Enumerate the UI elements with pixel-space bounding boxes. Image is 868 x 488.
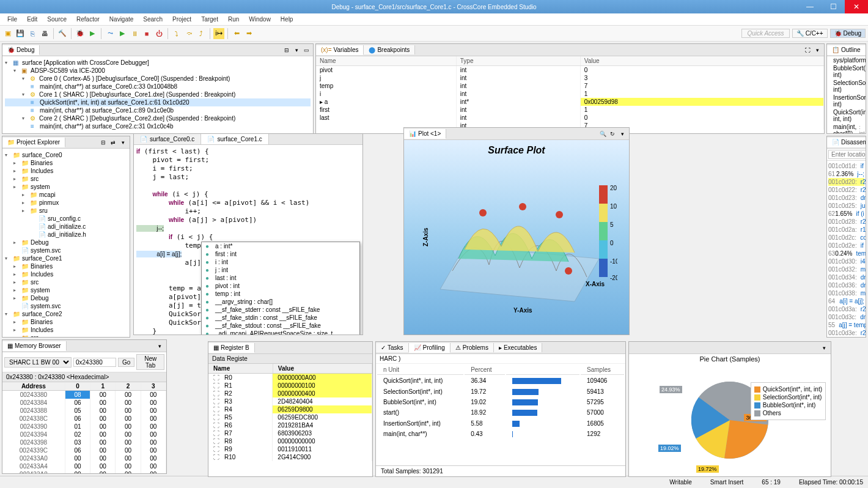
disconnect-icon[interactable]: ⏻ <box>153 28 164 39</box>
register-row[interactable]: ⛶R32D48240404 <box>208 397 372 405</box>
project-item[interactable]: 📄adi_initialize.h <box>5 231 127 238</box>
memory-row[interactable]: 0024338805000000 <box>2 407 166 415</box>
outline-item[interactable]: main(int, char*[]) : int <box>827 123 866 133</box>
debug-core0[interactable]: ▾⚙Core 0 ( Cortex-A5 ) [Debug\surface_Co… <box>5 75 311 83</box>
memory-addr-input[interactable] <box>73 358 116 367</box>
executables-tab[interactable]: ▸ Executables <box>494 343 542 352</box>
outline-item[interactable]: BubbleSort(int[], int) : void <box>827 64 866 79</box>
register-row[interactable]: ⛶R100000000100 <box>208 382 372 390</box>
profiling-row[interactable]: InsertionSort(int*, int)5.5816805 <box>377 418 624 427</box>
menu-file[interactable]: File <box>4 15 21 24</box>
surface-plot[interactable]: Surface Plot Z-Axis Y-Axis X-Axis 20 10 … <box>404 140 629 335</box>
register-row[interactable]: ⛶R506259EDC800 <box>208 413 372 421</box>
mem-menu-icon[interactable]: ▾ <box>155 342 164 350</box>
autocomplete-popup[interactable]: ●a : int*●first : int●i : int●j : int●la… <box>201 242 360 335</box>
variables-tab[interactable]: (x)= Variables <box>316 45 364 55</box>
register-row[interactable]: ⛶R406259D9800 <box>208 405 372 413</box>
menu-run[interactable]: Run <box>224 15 243 24</box>
project-item[interactable]: 📄adi_initialize.c <box>5 223 127 231</box>
project-item[interactable]: ▸📁Binaries <box>5 159 127 167</box>
resume-icon[interactable]: ▶ <box>117 28 128 39</box>
proj-link-icon[interactable]: ⇄ <box>109 138 117 147</box>
vars-toolbar-icon[interactable]: ⛶ <box>803 46 812 54</box>
menu-search[interactable]: Search <box>139 15 166 24</box>
autocomplete-item[interactable]: ●i : int <box>202 258 359 266</box>
disasm-location-input[interactable] <box>828 150 866 159</box>
disasm-row[interactable]: 001c0d2a:r1=dm(-0x4,i6); <box>828 226 864 234</box>
plot-menu-icon[interactable]: ▾ <box>618 130 627 138</box>
outline-item[interactable]: QuickSort(int[], int, int) : void <box>827 108 866 123</box>
disasm-row[interactable]: 001c0d1d:if le jump (pc,0xb); <box>828 162 864 170</box>
autocomplete-item[interactable]: ●__argv_string : char[] <box>202 298 359 306</box>
build-icon[interactable]: 🔨 <box>57 28 68 39</box>
perspective-debug[interactable]: 🐞 Debug <box>830 29 866 38</box>
outline-item[interactable]: sys/platform.h <box>827 56 866 64</box>
variable-row[interactable]: lastint0 <box>316 114 824 122</box>
run-icon[interactable]: ▶ <box>87 28 98 39</box>
problems-tab[interactable]: ⚠ Problems <box>451 343 494 352</box>
memory-row[interactable]: 0024339001000000 <box>2 423 166 431</box>
debug-app-node[interactable]: ▾▦surface [Application with CrossCore De… <box>5 59 311 67</box>
variable-row[interactable]: jint3 <box>316 74 824 82</box>
memory-row[interactable]: 0024338C06000000 <box>2 415 166 423</box>
tasks-tab[interactable]: ✓ Tasks <box>376 343 409 352</box>
proj-menu-icon[interactable]: ▾ <box>119 138 127 147</box>
debug-frame-core1-1[interactable]: ≡main(int, char**) at surface_Core1.c:89… <box>5 106 311 114</box>
project-root[interactable]: ▾📁surface_Core0 <box>5 151 127 159</box>
variable-row[interactable]: firstint1 <box>316 106 824 114</box>
register-row[interactable]: ⛶R200000000400 <box>208 390 372 397</box>
project-root[interactable]: ▾📁surface_Core2 <box>5 310 127 318</box>
register-row[interactable]: ⛶R76803906203 <box>208 429 372 437</box>
profiling-row[interactable]: main(int, char**)0.431292 <box>377 429 624 438</box>
save-icon[interactable]: 💾 <box>15 28 26 39</box>
debug-core1[interactable]: ▾⚙Core 1 ( SHARC ) [Debug\surface_Core1.… <box>5 91 311 98</box>
instruction-step-icon[interactable]: i↦ <box>213 28 224 39</box>
pie-menu-icon[interactable]: ▾ <box>820 344 828 352</box>
new-icon[interactable]: ▣ <box>2 28 13 39</box>
stepinto-icon[interactable]: ⤵ <box>171 28 182 39</box>
variable-row[interactable]: tempint7 <box>316 82 824 90</box>
project-item[interactable]: ▸📁mcapi <box>5 191 127 199</box>
autocomplete-item[interactable]: ●temp : int <box>202 290 359 298</box>
project-item[interactable]: ▸📁src <box>5 175 127 183</box>
register-row[interactable]: ⛶R102G414C900 <box>208 453 372 461</box>
profiling-tab[interactable]: 📈 Profiling <box>409 343 451 353</box>
debug-dropdown-icon[interactable]: ▾ <box>292 46 301 54</box>
saveall-icon[interactable]: ⎘ <box>27 28 38 39</box>
col-value[interactable]: Value <box>580 56 823 66</box>
autocomplete-item[interactable]: ●__sf_fake_stdin : const __sFILE_fake <box>202 314 359 322</box>
profiling-row[interactable]: BubbleSort(int*, int)19.0257295 <box>377 397 624 407</box>
project-item[interactable]: ▸📁sru <box>5 207 127 215</box>
disasm-row[interactable]: 630.24% temp = a[i]; <box>828 250 864 257</box>
register-row[interactable]: ⛶R800000000000 <box>208 437 372 445</box>
plot-refresh-icon[interactable]: ↻ <box>608 130 617 138</box>
project-item[interactable]: 📄sru_config.c <box>5 215 127 223</box>
pause-icon[interactable]: ⏸ <box>129 28 140 39</box>
menu-window[interactable]: Window <box>245 15 274 24</box>
nav-back-icon[interactable]: ⬅ <box>231 28 242 39</box>
proj-collapse-icon[interactable]: ⊟ <box>99 138 108 147</box>
disasm-row[interactable]: 612.36% j--; <box>828 170 864 178</box>
outline-item[interactable]: SelectionSort(int[], int) : void <box>827 79 866 94</box>
autocomplete-item[interactable]: ●last : int <box>202 274 359 282</box>
register-row[interactable]: ⛶R62019281BA4 <box>208 421 372 429</box>
project-root[interactable]: ▾📁surface_Core1 <box>5 254 127 262</box>
profiling-row[interactable]: QuickSort(int*, int, int)36.34109406 <box>377 376 624 385</box>
variable-row[interactable]: iint1 <box>316 90 824 98</box>
disasm-row[interactable]: 001c0d36:dm(-0x3,i6)=r2; <box>828 281 864 289</box>
close-button[interactable]: ✕ <box>845 0 868 13</box>
disasm-row[interactable]: 001c0d2e:if le jump (pc,0x1c); <box>828 242 864 250</box>
menu-target[interactable]: Target <box>197 15 222 24</box>
variable-row[interactable]: pivotint0 <box>316 66 824 75</box>
debug-icon[interactable]: 🐞 <box>75 28 86 39</box>
disasm-row[interactable]: 001c0d22:r2=r2-1; <box>828 186 864 194</box>
editor-tab-0[interactable]: 📄 surface_Core0.c <box>134 134 201 144</box>
disasm-row[interactable]: 001c0d34:dm(m4,i4); <box>828 273 864 281</box>
vars-dropdown-icon[interactable]: ▾ <box>813 46 822 54</box>
project-item[interactable]: ▸📁system <box>5 183 127 191</box>
disasm-row[interactable]: 001c0d32:m4=r2; <box>828 265 864 273</box>
variable-row[interactable]: ▸ aint*0x00259d98 <box>316 98 824 106</box>
outline-item[interactable]: InsertionSort(int[], int) : void <box>827 94 866 108</box>
autocomplete-item[interactable]: ●__sf_fake_stdout : const __sFILE_fake <box>202 322 359 330</box>
register-row[interactable]: ⛶R90011910011 <box>208 445 372 453</box>
